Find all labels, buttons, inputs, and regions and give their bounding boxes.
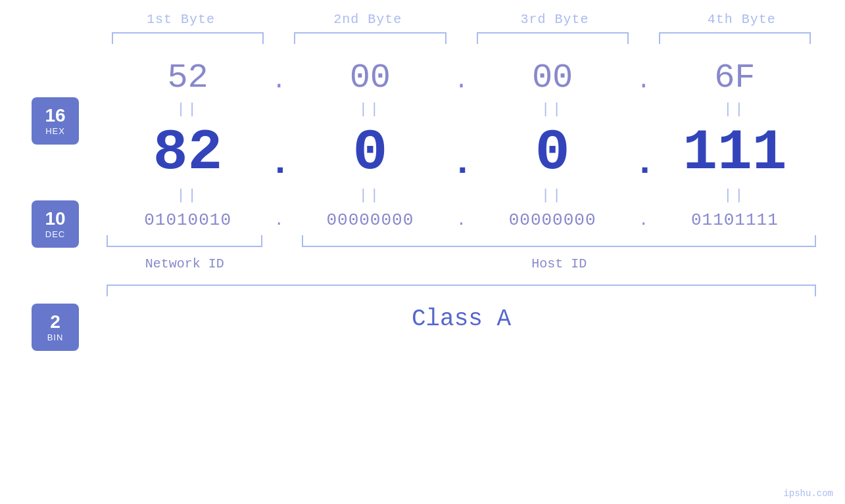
bin-badge-num: 2 (50, 312, 60, 332)
header-byte4: 4th Byte (658, 12, 825, 27)
hex-row: 52 . 00 . 00 . 6F (97, 44, 825, 97)
host-id-label: Host ID (302, 256, 816, 271)
eq-4: || (654, 101, 816, 118)
hex-badge-label: HEX (45, 126, 65, 136)
bin-cell-4: 01101111 (654, 210, 816, 230)
eq-3: || (471, 101, 634, 118)
eq-2: || (289, 101, 451, 118)
bracket-seg3 (477, 32, 629, 44)
eq2-1: || (107, 187, 269, 204)
dec-val-3: 0 (535, 120, 570, 185)
dec-val-2: 0 (352, 120, 387, 185)
hex-cell-4: 6F (654, 58, 816, 97)
dec-cell-3: 0 (471, 124, 634, 182)
id-label-row: Network ID Host ID (107, 256, 816, 271)
bin-badge-label: BIN (47, 332, 64, 342)
class-label: Class A (97, 296, 825, 332)
header-byte3: 3rd Byte (471, 12, 639, 27)
bin-val-2: 00000000 (326, 210, 414, 230)
bin-val-4: 01101111 (691, 210, 779, 230)
dec-cell-1: 82 (107, 124, 269, 182)
bin-cell-2: 00000000 (289, 210, 451, 230)
hex-val-4: 6F (714, 58, 755, 97)
bin-dot-3: . (634, 212, 654, 229)
hex-val-3: 00 (532, 58, 573, 97)
dec-val-1: 82 (153, 120, 223, 185)
eq-1: || (107, 101, 269, 118)
hex-badge-num: 16 (45, 106, 65, 126)
equals-row-1: || || || || (97, 97, 825, 118)
hex-val-1: 52 (167, 58, 208, 97)
badge-column: 16 HEX 10 DEC 2 BIN (32, 97, 79, 351)
hex-badge: 16 HEX (32, 97, 79, 145)
bottom-brackets (107, 235, 816, 255)
bin-val-1: 01010010 (144, 210, 231, 230)
eq2-2: || (289, 187, 451, 204)
hex-val-2: 00 (350, 58, 391, 97)
bytes-area: 1st Byte 2nd Byte 3rd Byte 4th Byte 52 . (97, 0, 825, 332)
bin-val-3: 00000000 (509, 210, 596, 230)
bin-dot-2: . (452, 212, 471, 229)
bracket-seg2 (294, 32, 446, 44)
bin-row: 01010010 . 00000000 . 00000000 . 0110111… (97, 204, 825, 230)
hex-cell-2: 00 (289, 58, 451, 97)
dec-dot-2: . (452, 125, 471, 181)
bin-badge: 2 BIN (32, 304, 79, 351)
hex-cell-3: 00 (471, 58, 634, 97)
bin-cell-3: 00000000 (471, 210, 634, 230)
full-bottom-bracket (107, 285, 816, 296)
bracket-seg4 (659, 32, 811, 44)
hex-dot-2: . (452, 68, 471, 95)
eq2-4: || (654, 187, 816, 204)
network-id-bracket (107, 235, 262, 247)
hex-cell-1: 52 (107, 58, 269, 97)
bin-cell-1: 01010010 (107, 210, 269, 230)
dec-row: 82 . 0 . 0 . 111 (97, 118, 825, 182)
eq2-3: || (471, 187, 634, 204)
network-id-label: Network ID (107, 256, 262, 271)
dec-dot-3: . (634, 125, 654, 181)
bracket-seg1 (112, 32, 264, 44)
bin-dot-1: . (269, 212, 289, 229)
byte-headers: 1st Byte 2nd Byte 3rd Byte 4th Byte (97, 0, 825, 27)
dec-cell-4: 111 (654, 124, 816, 182)
hex-dot-3: . (634, 68, 654, 95)
dec-badge-num: 10 (45, 209, 65, 229)
host-id-bracket (302, 235, 816, 247)
dec-badge: 10 DEC (32, 200, 79, 248)
dec-val-4: 111 (683, 120, 786, 185)
header-byte1: 1st Byte (97, 12, 264, 27)
top-bracket (97, 32, 825, 44)
hex-dot-1: . (269, 68, 289, 95)
dec-badge-label: DEC (45, 229, 65, 239)
main-container: 16 HEX 10 DEC 2 BIN 1st Byte 2nd Byte 3r… (0, 0, 845, 504)
dec-cell-2: 0 (289, 124, 451, 182)
dec-dot-1: . (269, 125, 289, 181)
header-byte2: 2nd Byte (284, 12, 451, 27)
watermark: ipshu.com (783, 488, 833, 499)
